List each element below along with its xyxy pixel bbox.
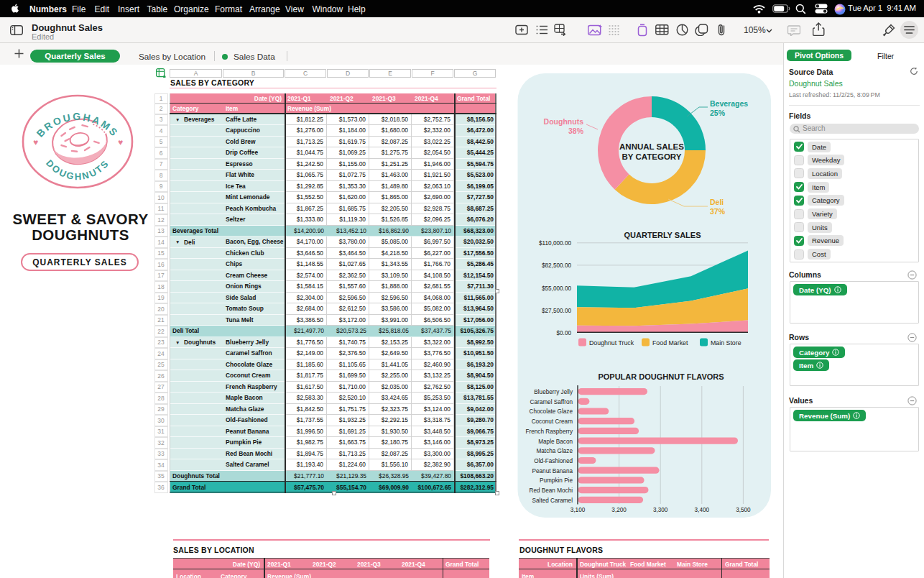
- svg-text:3,100: 3,100: [570, 507, 586, 513]
- svg-text:Doughnut Truck: Doughnut Truck: [589, 339, 634, 347]
- svg-text:Coconut Cream: Coconut Cream: [532, 418, 573, 425]
- svg-text:Peanut Banana: Peanut Banana: [532, 468, 573, 474]
- svg-text:$82,500.00: $82,500.00: [542, 262, 571, 269]
- svg-text:Matcha Glaze: Matcha Glaze: [536, 448, 573, 454]
- svg-text:$110,000.00: $110,000.00: [539, 240, 571, 247]
- svg-text:3,400: 3,400: [695, 507, 710, 513]
- svg-text:3,200: 3,200: [611, 507, 627, 513]
- svg-text:Old-Fashioned: Old-Fashioned: [534, 458, 573, 464]
- svg-text:Caramel Saffron: Caramel Saffron: [530, 399, 573, 405]
- svg-text:$55,000.00: $55,000.00: [542, 285, 571, 292]
- svg-text:Blueberry Jelly: Blueberry Jelly: [534, 389, 573, 395]
- svg-text:ANNUAL SALES: ANNUAL SALES: [619, 142, 684, 151]
- svg-text:Maple Bacon: Maple Bacon: [538, 439, 573, 445]
- svg-text:Chocolate Glaze: Chocolate Glaze: [529, 408, 573, 415]
- svg-text:French Raspberry: French Raspberry: [525, 428, 573, 435]
- svg-text:Deli: Deli: [710, 198, 724, 206]
- svg-text:37%: 37%: [710, 207, 726, 216]
- svg-text:POPULAR DOUGHNUT FLAVORS: POPULAR DOUGHNUT FLAVORS: [598, 372, 724, 381]
- svg-text:Pumpkin Pie: Pumpkin Pie: [540, 477, 573, 484]
- svg-text:Main Store: Main Store: [711, 339, 741, 347]
- svg-text:Beverages: Beverages: [710, 99, 748, 108]
- svg-text:3,500: 3,500: [736, 507, 751, 513]
- svg-text:Salted Caramel: Salted Caramel: [532, 497, 573, 504]
- svg-text:QUARTERLY SALES: QUARTERLY SALES: [624, 231, 701, 239]
- svg-text:Food Market: Food Market: [652, 339, 688, 347]
- svg-text:Red Bean Mochi: Red Bean Mochi: [529, 487, 573, 494]
- svg-text:BY CATEGORY: BY CATEGORY: [622, 152, 682, 161]
- svg-text:38%: 38%: [568, 127, 584, 135]
- svg-text:3,300: 3,300: [653, 507, 668, 513]
- svg-text:25%: 25%: [710, 109, 726, 117]
- svg-text:Doughnuts: Doughnuts: [544, 117, 584, 126]
- svg-text:$27,500.00: $27,500.00: [542, 308, 571, 314]
- svg-text:$0.00: $0.00: [557, 330, 572, 336]
